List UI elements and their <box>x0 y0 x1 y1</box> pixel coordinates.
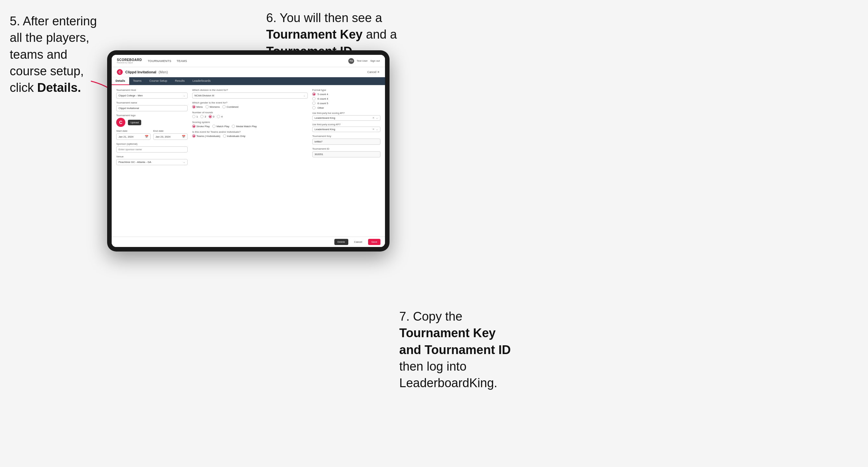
dropdown-icon-2[interactable]: ⌄ <box>376 128 378 131</box>
gender-group: Which gender is the event for? Mens Wome… <box>192 101 308 108</box>
tournament-logo-group: Tournament logo C Upload <box>116 114 188 127</box>
start-date-label: Start date <box>116 129 151 132</box>
nav-teams[interactable]: TEAMS <box>177 59 187 63</box>
tab-details[interactable]: Details <box>112 77 129 85</box>
rounds-1-radio[interactable] <box>192 115 195 118</box>
gender-womens[interactable]: Womens <box>206 105 220 108</box>
gender-womens-radio[interactable] <box>206 105 209 108</box>
tab-leaderboards[interactable]: Leaderboards <box>189 77 215 85</box>
rounds-3-radio[interactable] <box>209 115 212 118</box>
division-dropdown-icon: ⌄ <box>303 94 306 97</box>
footer-cancel-button[interactable]: Cancel <box>351 239 366 245</box>
scoring-medal-radio[interactable] <box>232 125 235 128</box>
end-date-input[interactable]: Jan 23, 2024 📅 <box>153 133 188 140</box>
tournament-name-group: Tournament name Clippd Invitational <box>116 101 188 111</box>
annotation-left: 5. After entering all the players, teams… <box>10 13 101 96</box>
logo-circle: C <box>116 118 125 127</box>
third-party1-input[interactable]: Leaderboard King ✕ ⌄ <box>312 115 380 121</box>
tournament-host-input[interactable]: Clippd College - Men ⌄ <box>116 93 188 99</box>
upload-button[interactable]: Upload <box>128 120 141 125</box>
tab-teams[interactable]: Teams <box>129 77 146 85</box>
tournament-key-label: Tournament Key <box>312 135 380 137</box>
scoring-medal[interactable]: Medal Match Play <box>232 125 257 128</box>
tournament-id-value: 302051 <box>312 151 380 157</box>
tab-results[interactable]: Results <box>171 77 189 85</box>
tournament-name-input[interactable]: Clippd Invitational <box>116 105 188 111</box>
user-icon: TU <box>348 58 354 64</box>
tournament-logo-label: Tournament logo <box>116 114 188 117</box>
tournament-key-value: b4fbb7 <box>312 138 380 145</box>
sponsor-label: Sponsor (optional) <box>116 143 188 145</box>
scoring-match[interactable]: Match Play <box>212 125 229 128</box>
nav-right: TU Test User Sign out <box>348 58 380 64</box>
format-type-label: Format type <box>312 89 380 92</box>
format-5count4[interactable]: 5 count 4 <box>312 93 380 96</box>
sign-out-link[interactable]: Sign out <box>370 59 380 62</box>
rounds-3[interactable]: 3 <box>209 115 214 118</box>
sponsor-input[interactable] <box>116 146 188 153</box>
teams-group: Is this event for Teams and/or Individua… <box>192 130 308 137</box>
footer-bar: Delete Cancel Save <box>112 237 385 247</box>
division-input[interactable]: NCAA Division III ⌄ <box>192 93 308 99</box>
tab-course-setup[interactable]: Course Setup <box>146 77 171 85</box>
tablet-device: SCOREBOARD Powered by clippd TOURNAMENTS… <box>107 50 390 251</box>
format-6count5-radio[interactable] <box>312 101 315 105</box>
format-other-radio[interactable] <box>312 106 315 110</box>
end-date-group: End date Jan 23, 2024 📅 <box>153 129 188 140</box>
right-column: Format type 5 count 4 6 count 4 6 cou <box>312 89 380 234</box>
tablet-screen: SCOREBOARD Powered by clippd TOURNAMENTS… <box>112 55 385 247</box>
format-other[interactable]: Other <box>312 106 380 110</box>
rounds-1[interactable]: 1 <box>192 115 198 118</box>
cancel-x-button[interactable]: Cancel ✕ <box>367 70 380 74</box>
venue-label: Venue <box>116 155 188 158</box>
c-logo-icon: C <box>117 69 123 75</box>
venue-group: Venue Peachtree GC - Atlanta - GA ⌄ <box>116 155 188 165</box>
date-row: Start date Jan 21, 2024 📅 End date Jan 2… <box>116 129 188 140</box>
rounds-radio-group: 1 2 3 4 <box>192 115 308 118</box>
nav-tournaments[interactable]: TOURNAMENTS <box>148 59 172 63</box>
start-date-group: Start date Jan 21, 2024 📅 <box>116 129 151 140</box>
clear-icon-2[interactable]: ✕ <box>372 128 375 131</box>
page-title: Clippd Invitational (Men) <box>125 70 168 74</box>
dropdown-icon[interactable]: ⌄ <box>376 117 378 119</box>
teams-plus-individuals[interactable]: Teams (+Individuals) <box>192 134 220 137</box>
rounds-2[interactable]: 2 <box>200 115 206 118</box>
save-button[interactable]: Save <box>368 239 380 245</box>
gender-label: Which gender is the event for? <box>192 101 308 104</box>
gender-mens-radio[interactable] <box>192 105 195 108</box>
delete-button[interactable]: Delete <box>334 239 348 245</box>
page-header: C Clippd Invitational (Men) Cancel ✕ <box>112 67 385 77</box>
gender-combined[interactable]: Combined <box>222 105 238 108</box>
tournament-name-label: Tournament name <box>116 101 188 104</box>
scoring-match-radio[interactable] <box>212 125 216 128</box>
rounds-4[interactable]: 4 <box>217 115 222 118</box>
rounds-2-radio[interactable] <box>200 115 204 118</box>
venue-dropdown-icon: ⌄ <box>183 161 185 163</box>
third-party2-input[interactable]: Leaderboard King ✕ ⌄ <box>312 127 380 132</box>
rounds-4-radio[interactable] <box>217 115 220 118</box>
format-6count5[interactable]: 6 count 5 <box>312 101 380 105</box>
format-6count4[interactable]: 6 count 4 <box>312 97 380 100</box>
scoring-stroke[interactable]: Stroke Play <box>192 125 210 128</box>
venue-input[interactable]: Peachtree GC - Atlanta - GA ⌄ <box>116 159 188 165</box>
scoring-label: Scoring system <box>192 121 308 124</box>
sponsor-group: Sponsor (optional) <box>116 143 188 153</box>
nav-links: TOURNAMENTS TEAMS <box>148 59 187 63</box>
individuals-only[interactable]: Individuals Only <box>223 134 245 137</box>
brand-logo: SCOREBOARD Powered by clippd <box>117 58 142 64</box>
format-6count4-radio[interactable] <box>312 97 315 100</box>
rounds-group: Number of rounds 1 2 3 <box>192 111 308 118</box>
teams-plus-individuals-radio[interactable] <box>192 134 195 137</box>
gender-combined-radio[interactable] <box>222 105 226 108</box>
gender-mens[interactable]: Mens <box>192 105 203 108</box>
individuals-only-radio[interactable] <box>223 134 226 137</box>
scoring-stroke-radio[interactable] <box>192 125 195 128</box>
third-party1-actions: ✕ ⌄ <box>372 117 378 119</box>
third-party1-group: Use third-party live scoring API? Leader… <box>312 112 380 121</box>
user-name: Test User <box>357 59 368 62</box>
main-content: Tournament Host Clippd College - Men ⌄ T… <box>112 85 385 237</box>
calendar-icon: 📅 <box>145 135 148 138</box>
clear-icon[interactable]: ✕ <box>372 117 375 119</box>
format-5count4-radio[interactable] <box>312 93 315 96</box>
start-date-input[interactable]: Jan 21, 2024 📅 <box>116 133 151 140</box>
